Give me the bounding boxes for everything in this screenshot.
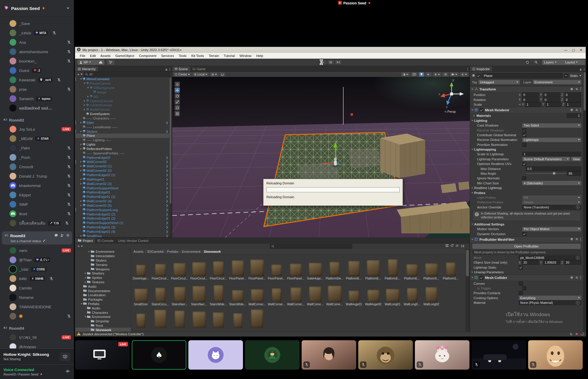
- folder-item[interactable]: Audio: [75, 284, 131, 289]
- value-checkbox[interactable]: [519, 291, 523, 295]
- inspector-subhead[interactable]: Lightmapping: [470, 147, 583, 152]
- hierarchy-item[interactable]: Ellen❯: [75, 120, 169, 125]
- folder-item[interactable]: Packages: [75, 297, 131, 302]
- menu-kit-tools[interactable]: Kit Tools: [189, 54, 206, 58]
- menu-assets[interactable]: Assets: [98, 54, 113, 58]
- snap-magnet-icon[interactable]: [219, 72, 225, 77]
- tab-console[interactable]: Console: [95, 238, 116, 243]
- asset-item[interactable]: SmallDoor: [131, 280, 151, 306]
- voice-member[interactable]: _แหม่มMITA: [2, 28, 72, 38]
- presets-icon[interactable]: [575, 276, 578, 280]
- voice-member[interactable]: Noname: [2, 293, 72, 302]
- asset-item[interactable]: [189, 306, 209, 332]
- voice-member[interactable]: narisLIVE: [2, 246, 72, 255]
- folder-item[interactable]: Prefabs: [75, 302, 131, 306]
- menu-terrain[interactable]: Terrain: [206, 54, 221, 58]
- value-dropdown[interactable]: Two Sided: [522, 123, 581, 128]
- asset-item[interactable]: FloorPanel...: [286, 255, 305, 280]
- breadcrumb-item[interactable]: Environment: [182, 250, 200, 253]
- video-tile[interactable]: [528, 340, 583, 370]
- kebab-menu-icon[interactable]: [169, 67, 170, 72]
- hierarchy-item[interactable]: Image: [75, 90, 169, 95]
- inspector-foldout[interactable]: Realtime Lightmap: [470, 186, 583, 190]
- asset-item[interactable]: StairsCircu...: [151, 280, 170, 306]
- voice-member[interactable]: khawtommat: [2, 181, 72, 190]
- account-dropdown[interactable]: NP: [77, 60, 97, 65]
- breadcrumb-item[interactable]: Assets: [134, 250, 143, 253]
- voice-member[interactable]: boomkxn_.: [2, 56, 72, 66]
- asset-item[interactable]: GateHuge...: [305, 255, 325, 280]
- search-by-label-icon[interactable]: [450, 244, 454, 248]
- video-tile[interactable]: LIVE: [75, 340, 130, 370]
- voice-activity-icon[interactable]: [65, 369, 70, 375]
- lock-icon[interactable]: [165, 67, 168, 72]
- search-icon[interactable]: [532, 60, 540, 65]
- z-field[interactable]: 20: [564, 260, 581, 265]
- folder-item[interactable]: Stonework: [75, 328, 131, 332]
- voice-member[interactable]: tkool: [2, 209, 72, 218]
- voice-member[interactable]: @Angpao: [2, 342, 72, 348]
- menu-gameobject[interactable]: GameObject: [113, 54, 137, 58]
- asset-item[interactable]: FloorPanel...: [228, 255, 247, 280]
- asset-item[interactable]: WallHuge02: [364, 280, 383, 306]
- hierarchy-item[interactable]: PlatformEdge01 (4)❯: [75, 230, 169, 234]
- hierarchy-item[interactable]: WallCorner02 (3)❯: [75, 181, 169, 186]
- hierarchy-item[interactable]: UIBackground: [75, 86, 169, 90]
- prefab-open-arrow[interactable]: ❯: [166, 226, 168, 229]
- hierarchy-item[interactable]: PlatformEdge02❯: [75, 155, 169, 160]
- object-picker-icon[interactable]: [576, 205, 580, 209]
- folder-item[interactable]: Interactables: [75, 254, 131, 258]
- kebab-menu-icon[interactable]: [467, 67, 468, 72]
- folder-item[interactable]: Weapons: [75, 267, 131, 271]
- value-checkbox[interactable]: [522, 162, 526, 166]
- hierarchy-item[interactable]: SmallDoor❯: [75, 234, 169, 237]
- minimize-button[interactable]: —: [563, 48, 569, 52]
- screen-share-button[interactable]: [60, 352, 70, 361]
- voice-member[interactable]: Donald J. Trump: [2, 171, 72, 181]
- x-field[interactable]: 20: [522, 260, 539, 265]
- prefab-open-arrow[interactable]: ❯: [166, 174, 168, 176]
- folder-item[interactable]: Rock: [75, 324, 131, 328]
- rect-tool-icon[interactable]: [175, 105, 180, 110]
- progress-spinner-icon[interactable]: [581, 331, 584, 337]
- value-field[interactable]: 0.5: [526, 166, 581, 171]
- voice-member[interactable]: _Save: [2, 19, 72, 28]
- component-header[interactable]: ProBuilder MeshFilter?: [470, 236, 583, 243]
- voice-member[interactable]: [2, 311, 72, 321]
- help-icon[interactable]: ?: [570, 87, 573, 91]
- value-checkbox[interactable]: [522, 128, 526, 132]
- x-field[interactable]: 0: [522, 92, 539, 97]
- prefab-open-arrow[interactable]: ❯: [166, 221, 168, 224]
- hierarchy-item[interactable]: PlatformEdge02 (1)❯: [75, 173, 169, 177]
- search-by-type-icon[interactable]: [445, 244, 449, 248]
- component-header[interactable]: Mesh Renderer?: [470, 107, 583, 113]
- menu-services[interactable]: Services: [159, 54, 176, 58]
- hierarchy-item[interactable]: PlatformSupportLong❯: [75, 208, 169, 212]
- voice-member[interactable]: บ่าวซง_08LIVE: [2, 333, 72, 342]
- add-gameobject-button[interactable]: ＋: [77, 72, 82, 77]
- voice-channel[interactable]: Room02: [3, 117, 71, 123]
- maximize-button[interactable]: ▢: [570, 48, 576, 52]
- hierarchy-item[interactable]: MenuCanvases: [75, 77, 169, 81]
- component-enabled-checkbox[interactable]: [479, 108, 484, 112]
- hand-tool-icon[interactable]: [175, 82, 180, 87]
- add-asset-button[interactable]: ＋: [77, 244, 83, 249]
- voice-channel-room03[interactable]: Room03Set a channel status: [2, 231, 72, 245]
- hierarchy-item[interactable]: PlatformEdge01 (2)❯: [75, 216, 169, 221]
- voice-location[interactable]: Room03 / Passion Seed: [4, 373, 38, 376]
- menu-edit[interactable]: Edit: [88, 54, 98, 58]
- link-icon[interactable]: ∞: [519, 103, 521, 106]
- x-field[interactable]: 0: [522, 97, 539, 102]
- asset-item[interactable]: FloorPanel...: [267, 255, 286, 280]
- prefab-open-arrow[interactable]: ❯: [166, 200, 168, 203]
- move-tool-icon[interactable]: [175, 87, 180, 93]
- rotate-tool-icon[interactable]: [175, 93, 180, 99]
- folder-item[interactable]: Terrains: [75, 262, 131, 267]
- asset-item[interactable]: PlatformE...: [402, 255, 422, 280]
- person-add-icon[interactable]: [60, 233, 64, 238]
- asset-item[interactable]: [151, 306, 170, 332]
- active-checkbox[interactable]: [477, 74, 481, 78]
- hierarchy-item[interactable]: WallHuge01❯: [75, 177, 169, 181]
- prefab-open-arrow[interactable]: ❯: [166, 160, 168, 163]
- voice-member[interactable]: atomishandsome: [2, 47, 72, 56]
